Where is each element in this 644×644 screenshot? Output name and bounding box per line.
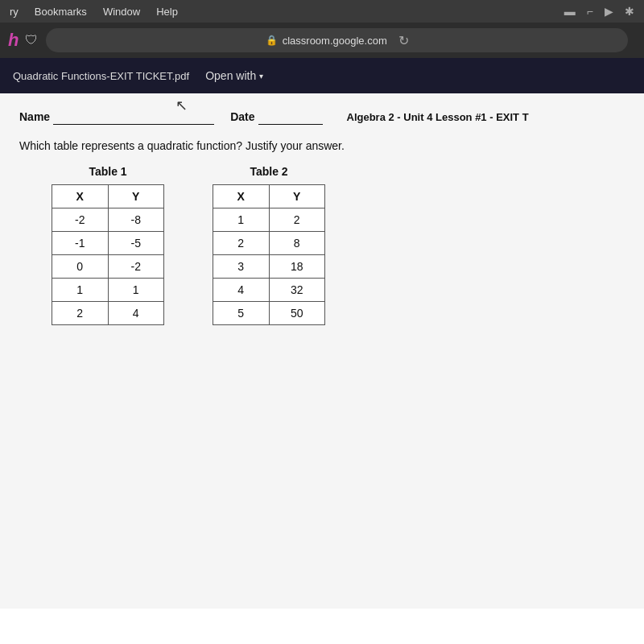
table-cell: 5 — [213, 302, 270, 325]
open-with-button[interactable]: Open with ▾ — [205, 69, 263, 82]
doc-header: Name Date Algebra 2 - Unit 4 Lesson #1 -… — [19, 109, 625, 125]
table1-section: Table 1 X Y -2-8-1-50-21124 — [52, 165, 164, 325]
table-cell: -2 — [52, 208, 109, 232]
table-cell: 1 — [108, 279, 164, 302]
shield-icon: 🛡 — [25, 33, 38, 47]
table-cell: 2 — [52, 302, 109, 325]
table-cell: 50 — [269, 302, 325, 325]
name-line — [53, 109, 214, 125]
table-row: 550 — [213, 302, 325, 325]
table-row: -2-8 — [52, 208, 164, 232]
address-text: classroom.google.com — [283, 35, 387, 47]
table-cell: 2 — [213, 232, 270, 255]
table2-col-x: X — [213, 185, 270, 208]
table-cell: 2 — [269, 208, 325, 232]
doc-toolbar: Quadratic Functions-EXIT TICKET.pdf Open… — [0, 58, 644, 93]
table-cell: 8 — [269, 232, 325, 255]
course-title: Algebra 2 - Unit 4 Lesson #1 - EXIT T — [347, 111, 529, 123]
table-cell: 18 — [269, 255, 325, 279]
tables-row: Table 1 X Y -2-8-1-50-21124 Table 2 X — [52, 165, 625, 325]
table-row: -1-5 — [52, 232, 164, 255]
browser-menubar: ry Bookmarks Window Help ▬ ⌐ ▶ ✱ — [0, 0, 644, 23]
h-logo-icon: h — [8, 30, 19, 51]
table2-header-row: X Y — [213, 185, 325, 208]
nav-icons: h 🛡 — [8, 30, 38, 51]
lock-icon: 🔒 — [266, 35, 278, 46]
table1-col-x: X — [52, 185, 109, 208]
menu-item-ry[interactable]: ry — [10, 6, 19, 18]
address-bar[interactable]: 🔒 classroom.google.com ↻ — [46, 28, 628, 52]
question-text: Which table represents a quadratic funct… — [19, 139, 625, 152]
table1-col-y: Y — [108, 185, 164, 208]
table2-title: Table 2 — [250, 165, 287, 178]
table1-title: Table 1 — [89, 165, 126, 178]
name-label: Name — [19, 110, 50, 123]
doc-content: Name Date Algebra 2 - Unit 4 Lesson #1 -… — [0, 93, 644, 609]
bluetooth-icon: ✱ — [625, 5, 634, 18]
table-cell: -8 — [108, 208, 164, 232]
date-line — [258, 109, 323, 125]
table-row: 318 — [213, 255, 325, 279]
table2-section: Table 2 X Y 1228318432550 — [213, 165, 325, 325]
table1: X Y -2-8-1-50-21124 — [52, 184, 164, 325]
video-icon: ▬ — [564, 5, 576, 18]
browser-toolbar: h 🛡 🔒 classroom.google.com ↻ — [0, 23, 644, 58]
table2: X Y 1228318432550 — [213, 184, 325, 325]
table-row: 12 — [213, 208, 325, 232]
date-field: Date — [230, 109, 322, 125]
date-label: Date — [230, 110, 254, 123]
table-row: 0-2 — [52, 255, 164, 279]
table-cell: -2 — [108, 255, 164, 279]
doc-filename: Quadratic Functions-EXIT TICKET.pdf — [13, 70, 189, 82]
table-row: 24 — [52, 302, 164, 325]
open-with-label: Open with — [205, 69, 256, 82]
table-cell: -5 — [108, 232, 164, 255]
menu-item-window[interactable]: Window — [103, 6, 140, 18]
table-cell: 1 — [213, 208, 270, 232]
table-cell: -1 — [52, 232, 109, 255]
table-row: 28 — [213, 232, 325, 255]
cursor-pointer-icon: ↖ — [175, 97, 188, 114]
table2-col-y: Y — [269, 185, 325, 208]
wifi-icon: ⌐ — [587, 5, 593, 18]
play-icon: ▶ — [605, 5, 613, 18]
table-cell: 4 — [108, 302, 164, 325]
table-row: 11 — [52, 279, 164, 302]
table-cell: 1 — [52, 279, 109, 302]
menu-item-bookmarks[interactable]: Bookmarks — [35, 6, 87, 18]
table-cell: 32 — [269, 279, 325, 302]
table-row: 432 — [213, 279, 325, 302]
table-cell: 4 — [213, 279, 270, 302]
table-cell: 0 — [52, 255, 109, 279]
menu-item-help[interactable]: Help — [156, 6, 178, 18]
table1-header-row: X Y — [52, 185, 164, 208]
table-cell: 3 — [213, 255, 270, 279]
chevron-down-icon: ▾ — [259, 72, 263, 80]
reload-button[interactable]: ↻ — [398, 33, 409, 48]
